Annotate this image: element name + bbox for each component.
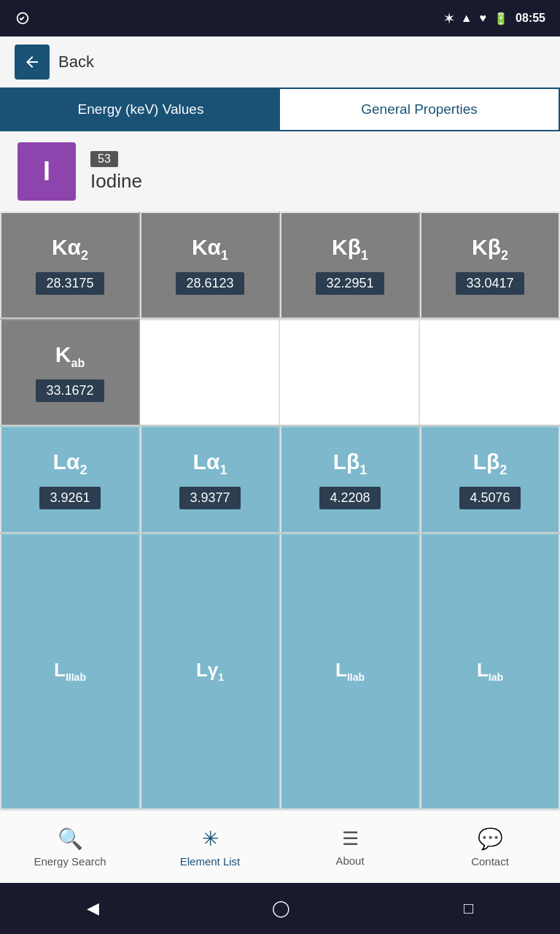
l-alpha2-label: Lα2	[53, 451, 88, 476]
nav-element-list[interactable]: ✳ Element List	[140, 811, 280, 883]
bluetooth-icon: ✶	[444, 12, 454, 26]
bottom-nav: 🔍 Energy Search ✳ Element List ☰ About 💬…	[0, 810, 560, 883]
l-ii-ab-label: LIIab	[335, 660, 365, 682]
l-gamma1-cell: Lγ1	[140, 533, 280, 810]
k-empty-1	[140, 319, 280, 425]
back-button[interactable]: Back	[15, 45, 94, 80]
back-icon-box	[15, 45, 50, 80]
contact-label: Contact	[471, 855, 509, 868]
search-icon: 🔍	[58, 827, 83, 851]
k-alpha1-value: 28.6123	[176, 272, 244, 295]
k-alpha1-cell: Kα1 28.6123	[140, 212, 280, 317]
l-beta2-value: 4.5076	[459, 487, 520, 509]
l-iii-ab-label: LIIIab	[54, 660, 86, 682]
k-ab-value: 33.1672	[36, 379, 104, 402]
l-beta1-label: Lβ1	[333, 451, 368, 476]
tab-bar: Energy (keV) Values General Properties	[0, 88, 560, 131]
k-ab-label: Kab	[55, 344, 85, 369]
element-info: 53 Iodine	[90, 151, 142, 193]
status-bar: ✶ ▲ ♥ 🔋 08:55	[0, 0, 560, 36]
l-alpha1-value: 3.9377	[179, 487, 240, 509]
l-gamma1-label: Lγ1	[196, 660, 224, 682]
k-beta1-cell: Kβ1 32.2951	[280, 212, 420, 317]
contact-icon: 💬	[478, 827, 503, 851]
l-ii-ab-cell: LIIab	[280, 533, 420, 810]
k-beta2-label: Kβ2	[472, 236, 508, 262]
tab-energy[interactable]: Energy (keV) Values	[1, 89, 280, 130]
l-iii-ab-cell: LIIIab	[0, 533, 140, 810]
k-beta1-value: 32.2951	[316, 272, 384, 295]
back-label: Back	[58, 53, 94, 72]
system-nav: ◀ ◯ □	[0, 883, 560, 934]
nav-energy-search[interactable]: 🔍 Energy Search	[0, 811, 140, 883]
element-name: Iodine	[90, 170, 142, 193]
element-list-label: Element List	[180, 855, 241, 868]
home-system-button[interactable]: ◯	[250, 892, 312, 925]
k-alpha2-label: Kα2	[52, 236, 88, 262]
k-alpha2-cell: Kα2 28.3175	[0, 212, 140, 317]
recents-system-button[interactable]: □	[442, 892, 495, 925]
energy-search-label: Energy Search	[34, 855, 106, 868]
wifi-icon: ▲	[461, 12, 472, 25]
element-header: I 53 Iodine	[0, 131, 560, 212]
l-alpha1-label: Lα1	[193, 451, 228, 476]
k-beta1-label: Kβ1	[332, 236, 368, 262]
k-alpha1-label: Kα1	[192, 236, 228, 262]
element-symbol-box: I	[18, 142, 76, 201]
l-row-2: LIIIab Lγ1 LIIab LIab	[0, 533, 560, 810]
l-alpha2-cell: Lα2 3.9261	[0, 426, 140, 532]
l-i-ab-cell: LIab	[420, 533, 560, 810]
status-bar-left	[15, 10, 31, 26]
nav-about[interactable]: ☰ About	[280, 811, 420, 883]
l-row-1: Lα2 3.9261 Lα1 3.9377 Lβ1 4.2208 Lβ2 4.5…	[0, 426, 560, 533]
k-ab-cell: Kab 33.1672	[0, 319, 140, 425]
k-row-2: Kab 33.1672	[0, 319, 560, 426]
k-alpha2-value: 28.3175	[36, 272, 104, 295]
back-arrow-icon	[23, 53, 41, 71]
about-label: About	[335, 854, 364, 867]
element-symbol: I	[43, 156, 50, 187]
l-beta1-cell: Lβ1 4.2208	[280, 426, 420, 532]
k-row-1: Kα2 28.3175 Kα1 28.6123 Kβ1 32.2951 Kβ2 …	[0, 212, 560, 319]
k-beta2-value: 33.0417	[456, 272, 524, 295]
about-icon: ☰	[342, 827, 359, 850]
k-beta2-cell: Kβ2 33.0417	[420, 212, 560, 317]
battery-icon: 🔋	[494, 12, 508, 26]
l-beta2-cell: Lβ2 4.5076	[420, 426, 560, 532]
app-icon	[15, 10, 31, 26]
k-empty-2	[280, 319, 420, 425]
l-alpha1-cell: Lα1 3.9377	[140, 426, 280, 532]
element-list-icon: ✳	[202, 827, 219, 851]
top-nav: Back	[0, 36, 560, 88]
l-beta1-value: 4.2208	[319, 487, 380, 509]
l-alpha2-value: 3.9261	[39, 487, 100, 509]
atomic-number: 53	[90, 151, 118, 167]
nav-contact[interactable]: 💬 Contact	[420, 811, 560, 883]
status-bar-right: ✶ ▲ ♥ 🔋 08:55	[444, 12, 545, 26]
l-beta2-label: Lβ2	[473, 451, 508, 476]
tab-general[interactable]: General Properties	[280, 89, 559, 130]
back-system-button[interactable]: ◀	[65, 892, 121, 925]
l-i-ab-label: LIab	[477, 660, 503, 682]
k-empty-3	[420, 319, 560, 425]
signal-icon: ♥	[480, 12, 487, 25]
time-display: 08:55	[516, 12, 545, 25]
